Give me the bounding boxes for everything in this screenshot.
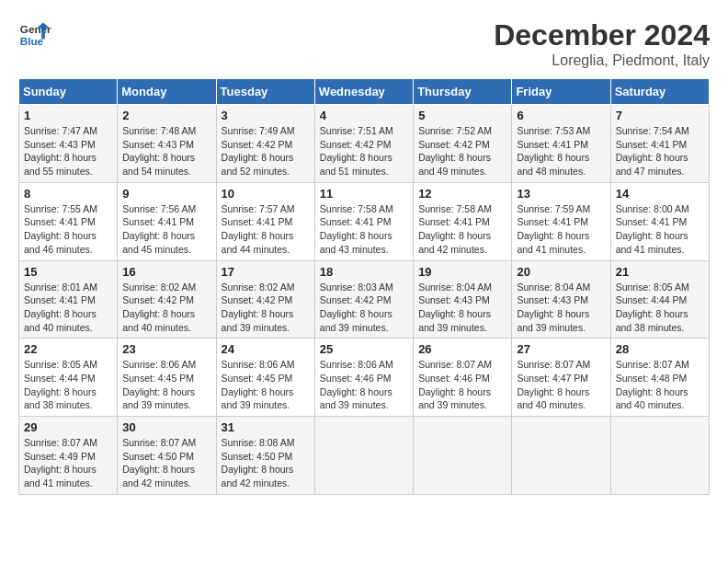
week-1: 1 Sunrise: 7:47 AMSunset: 4:43 PMDayligh… (19, 105, 710, 183)
day-8: 8 Sunrise: 7:55 AMSunset: 4:41 PMDayligh… (19, 182, 118, 260)
day-1: 1 Sunrise: 7:47 AMSunset: 4:43 PMDayligh… (19, 105, 118, 183)
day-11: 11 Sunrise: 7:58 AMSunset: 4:41 PMDaylig… (314, 182, 413, 260)
day-3: 3 Sunrise: 7:49 AMSunset: 4:42 PMDayligh… (216, 105, 314, 183)
day-16: 16 Sunrise: 8:02 AMSunset: 4:42 PMDaylig… (118, 260, 216, 339)
title-area: December 2024 Loreglia, Piedmont, Italy (494, 18, 710, 69)
logo: General Blue (18, 18, 51, 52)
svg-text:General: General (20, 23, 51, 35)
day-5: 5 Sunrise: 7:52 AMSunset: 4:42 PMDayligh… (414, 105, 512, 183)
day-20: 20 Sunrise: 8:04 AMSunset: 4:43 PMDaylig… (512, 260, 610, 339)
header-sunday: Sunday (19, 79, 118, 105)
day-6: 6 Sunrise: 7:53 AMSunset: 4:41 PMDayligh… (512, 105, 610, 183)
day-28: 28 Sunrise: 8:07 AMSunset: 4:48 PMDaylig… (610, 339, 709, 417)
week-5: 29 Sunrise: 8:07 AMSunset: 4:49 PMDaylig… (19, 417, 710, 495)
page-title: December 2024 (494, 18, 710, 52)
day-21: 21 Sunrise: 8:05 AMSunset: 4:44 PMDaylig… (610, 260, 709, 339)
day-29: 29 Sunrise: 8:07 AMSunset: 4:49 PMDaylig… (19, 417, 118, 495)
day-4: 4 Sunrise: 7:51 AMSunset: 4:42 PMDayligh… (314, 105, 413, 183)
day-25: 25 Sunrise: 8:06 AMSunset: 4:46 PMDaylig… (314, 339, 413, 417)
day-9: 9 Sunrise: 7:56 AMSunset: 4:41 PMDayligh… (118, 182, 216, 260)
day-2: 2 Sunrise: 7:48 AMSunset: 4:43 PMDayligh… (118, 105, 216, 183)
day-17: 17 Sunrise: 8:02 AMSunset: 4:42 PMDaylig… (216, 260, 314, 339)
header-wednesday: Wednesday (314, 79, 413, 105)
header-friday: Friday (512, 79, 610, 105)
svg-text:Blue: Blue (20, 35, 44, 47)
page-subtitle: Loreglia, Piedmont, Italy (494, 52, 710, 69)
calendar-table: Sunday Monday Tuesday Wednesday Thursday… (18, 78, 710, 495)
day-15: 15 Sunrise: 8:01 AMSunset: 4:41 PMDaylig… (19, 260, 118, 339)
day-31: 31 Sunrise: 8:08 AMSunset: 4:50 PMDaylig… (216, 417, 314, 495)
day-24: 24 Sunrise: 8:06 AMSunset: 4:45 PMDaylig… (216, 339, 314, 417)
header-tuesday: Tuesday (216, 79, 314, 105)
header-monday: Monday (118, 79, 216, 105)
calendar-header-row: Sunday Monday Tuesday Wednesday Thursday… (19, 79, 710, 105)
day-22: 22 Sunrise: 8:05 AMSunset: 4:44 PMDaylig… (19, 339, 118, 417)
day-27: 27 Sunrise: 8:07 AMSunset: 4:47 PMDaylig… (512, 339, 610, 417)
week-3: 15 Sunrise: 8:01 AMSunset: 4:41 PMDaylig… (19, 260, 710, 339)
header-saturday: Saturday (610, 79, 709, 105)
empty-cell-1 (314, 417, 413, 495)
day-7: 7 Sunrise: 7:54 AMSunset: 4:41 PMDayligh… (610, 105, 709, 183)
logo-icon: General Blue (18, 18, 51, 52)
empty-cell-3 (512, 417, 610, 495)
empty-cell-4 (610, 417, 709, 495)
day-14: 14 Sunrise: 8:00 AMSunset: 4:41 PMDaylig… (610, 182, 709, 260)
day-30: 30 Sunrise: 8:07 AMSunset: 4:50 PMDaylig… (118, 417, 216, 495)
day-18: 18 Sunrise: 8:03 AMSunset: 4:42 PMDaylig… (314, 260, 413, 339)
header-thursday: Thursday (414, 79, 512, 105)
day-23: 23 Sunrise: 8:06 AMSunset: 4:45 PMDaylig… (118, 339, 216, 417)
day-19: 19 Sunrise: 8:04 AMSunset: 4:43 PMDaylig… (414, 260, 512, 339)
day-10: 10 Sunrise: 7:57 AMSunset: 4:41 PMDaylig… (216, 182, 314, 260)
week-4: 22 Sunrise: 8:05 AMSunset: 4:44 PMDaylig… (19, 339, 710, 417)
header: General Blue December 2024 Loreglia, Pie… (18, 18, 710, 69)
week-2: 8 Sunrise: 7:55 AMSunset: 4:41 PMDayligh… (19, 182, 710, 260)
day-26: 26 Sunrise: 8:07 AMSunset: 4:46 PMDaylig… (414, 339, 512, 417)
day-12: 12 Sunrise: 7:58 AMSunset: 4:41 PMDaylig… (414, 182, 512, 260)
empty-cell-2 (414, 417, 512, 495)
day-13: 13 Sunrise: 7:59 AMSunset: 4:41 PMDaylig… (512, 182, 610, 260)
